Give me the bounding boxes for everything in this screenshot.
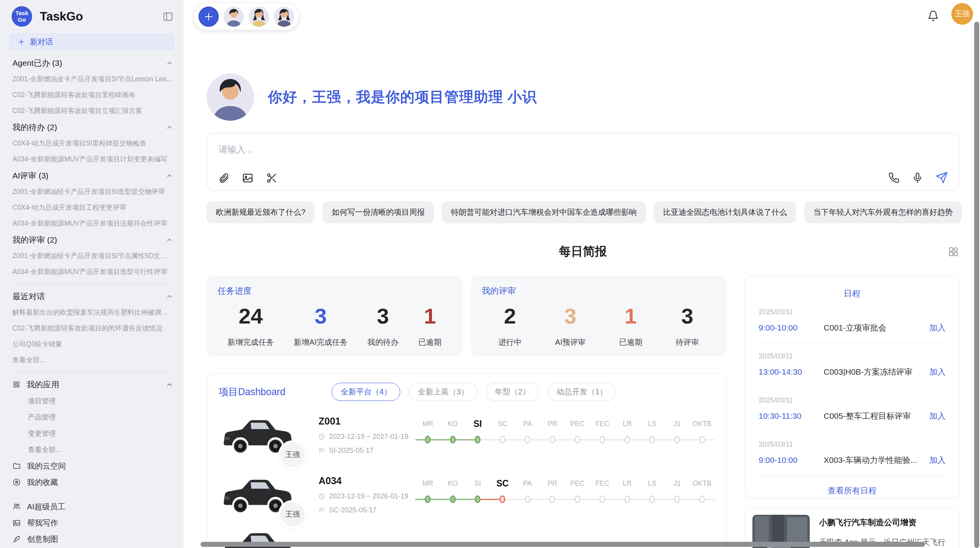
- sidebar-list-item[interactable]: Z001-全新燃油轻卡产品开发项目SI节点属性5D文件评审: [12, 248, 173, 264]
- section-title: 我的评审 (2): [12, 235, 57, 245]
- chevron-up-icon[interactable]: [166, 172, 173, 180]
- milestone-dot: [550, 495, 555, 503]
- sidebar-list-item[interactable]: C0X4-动力总成开发项目SI里程碑提交物检查: [12, 135, 173, 151]
- sidebar-list-item[interactable]: C02-飞腾新能源轻客改款项目里程碑画布: [12, 87, 173, 103]
- suggestion-chip[interactable]: 比亚迪全固态电池计划具体说了什么: [654, 201, 796, 223]
- sidebar-item-help-write[interactable]: 帮我写作: [12, 515, 173, 531]
- sidebar-item-cloud-space[interactable]: 我的云空间: [12, 458, 173, 474]
- stat-value: 24: [228, 305, 274, 327]
- project-date-range: 2023-12-19 ~ 2026-01-19: [329, 492, 408, 500]
- news-title: 小鹏飞行汽车制造公司增资: [819, 517, 952, 528]
- sidebar-item-favorites[interactable]: 我的收藏: [12, 474, 173, 490]
- sidebar-list-item[interactable]: Z001-全新燃油轻卡产品开发项目SI造型提交物评审: [12, 184, 173, 200]
- sidebar-collapse-icon[interactable]: [163, 11, 173, 22]
- assistant-portrait: [207, 74, 254, 121]
- stat-row: 2进行中3AI预评审1已逾期3待评审: [482, 305, 716, 348]
- schedule-time: 9:00-10:00: [759, 456, 824, 465]
- join-link[interactable]: 加入: [929, 366, 946, 377]
- assistant-avatar-2[interactable]: [249, 7, 269, 27]
- sidebar-list-item[interactable]: A034-全新新能源MUV产品开发项目造型可行性评审: [12, 264, 173, 280]
- image-icon[interactable]: [242, 172, 254, 184]
- section-title: Agent已办 (3): [12, 58, 62, 68]
- assistant-avatar-3[interactable]: [274, 7, 294, 27]
- project-owner-badge: 王强: [278, 500, 307, 529]
- composer-input[interactable]: 请输入...: [207, 134, 959, 166]
- sidebar-item-creative-drawing[interactable]: 创意制图: [12, 531, 173, 547]
- milestone-dot: [425, 495, 431, 503]
- new-chat-button[interactable]: 新对话: [9, 34, 174, 50]
- sidebar-list-item[interactable]: A034-全新新能源MUV产品开发项目法规符合性评审: [12, 216, 173, 231]
- project-code: A034: [319, 475, 415, 486]
- join-link[interactable]: 加入: [929, 411, 946, 421]
- sidebar-list-item[interactable]: C0X4-动力总成开发项目工程变更评审: [12, 200, 173, 216]
- dashboard-tab[interactable]: 全新上装（3）: [409, 383, 477, 401]
- milestone-node: [440, 434, 465, 445]
- sidebar-app-item[interactable]: 项目管理: [12, 393, 173, 409]
- dashboard-tab[interactable]: 动总开发（1）: [548, 383, 616, 401]
- milestone-dot: [674, 495, 680, 503]
- sidebar-list-item[interactable]: Z001-全新燃油皮卡产品开发项目SI节点Lesson Learn报告: [12, 71, 173, 87]
- add-assistant-button[interactable]: [199, 7, 219, 27]
- sidebar-list-item[interactable]: 查看全部...: [12, 352, 173, 368]
- scissors-icon[interactable]: [266, 172, 278, 184]
- view-all-schedule-link[interactable]: 查看所有日程: [759, 476, 946, 502]
- bell-icon[interactable]: [927, 10, 939, 22]
- suggestion-chip[interactable]: 特朗普可能对进口汽车增税会对中国车企造成哪些影响: [442, 201, 646, 223]
- join-link[interactable]: 加入: [929, 455, 946, 466]
- schedule-date: 2025/03/11: [759, 396, 946, 404]
- sidebar-section-header[interactable]: 我的评审 (2): [12, 231, 173, 248]
- chevron-up-icon[interactable]: [166, 123, 173, 131]
- sidebar-app-item[interactable]: 产品管理: [12, 409, 173, 425]
- schedule-event: X003-车辆动力学性能验...: [824, 455, 924, 466]
- sidebar-app-item[interactable]: 查看全部...: [12, 442, 173, 458]
- project-row[interactable]: 王强A0342023-12-19 ~ 2026-01-19SC-2025-05-…: [219, 474, 714, 520]
- user-avatar[interactable]: 王强: [951, 3, 973, 25]
- paperclip-icon[interactable]: [218, 172, 230, 184]
- chevron-up-icon[interactable]: [166, 236, 173, 244]
- sidebar-list-item[interactable]: A034-全新新能源MUV产品开发项目计划变更表编写: [12, 151, 173, 167]
- stat-item: 3AI预评审: [555, 305, 586, 348]
- photo-icon: [12, 519, 21, 527]
- sidebar-item-ai-super-staff[interactable]: AI超级员工: [12, 498, 173, 515]
- project-row[interactable]: 王强Z0012023-12-19 ~ 2027-01-19SI-2025-05-…: [219, 415, 714, 461]
- milestone-node: [615, 434, 639, 445]
- logo-text-bottom: Go: [18, 17, 26, 23]
- sidebar-section-header[interactable]: Agent已办 (3): [12, 55, 173, 71]
- sidebar-section-header[interactable]: AI评审 (3): [12, 167, 173, 184]
- chevron-up-icon[interactable]: [166, 381, 173, 389]
- join-link[interactable]: 加入: [929, 322, 946, 333]
- stat-card: 我的评审2进行中3AI预评审1已逾期3待评审: [471, 276, 727, 356]
- vertical-scrollbar[interactable]: [974, 22, 979, 548]
- sidebar-app-item[interactable]: 变更管理: [12, 425, 173, 442]
- horizontal-scrollbar[interactable]: [200, 542, 925, 547]
- dashboard-layout-icon[interactable]: [947, 246, 959, 257]
- suggestion-chip[interactable]: 当下年轻人对汽车外观有怎样的喜好趋势: [804, 201, 962, 223]
- sidebar-list-item[interactable]: C02-飞腾新能源轻客改款项目立项汇报方案: [12, 103, 173, 119]
- microphone-icon[interactable]: [912, 172, 923, 183]
- phone-icon[interactable]: [888, 172, 899, 183]
- sidebar-section-header[interactable]: 我的待办 (2): [12, 119, 173, 135]
- suggestion-chip[interactable]: 欧洲新规最近颁布了什么?: [207, 201, 315, 223]
- sidebar-list-item[interactable]: 公司Q3轻卡销量: [12, 336, 173, 352]
- milestone-label: SI: [465, 478, 490, 489]
- sidebar-list-item[interactable]: 解释最新出台的欧盟报废车法规再生塑料比例被调至15%...: [12, 305, 173, 320]
- send-icon[interactable]: [935, 171, 948, 184]
- schedule-date: 2025/03/11: [759, 308, 946, 316]
- assistant-avatar-1[interactable]: [224, 7, 244, 27]
- chevron-up-icon[interactable]: [166, 59, 173, 67]
- milestone-dot: [524, 436, 530, 444]
- sidebar-item-my-apps[interactable]: 我的应用: [12, 376, 173, 393]
- stat-label: 已逾期: [418, 337, 442, 348]
- milestone-label: SI: [465, 418, 490, 430]
- sidebar-list-item[interactable]: C02-飞腾新能源轻客改款项目的闭环通告反馈情况: [12, 320, 173, 336]
- suggestion-chip[interactable]: 如何写一份清晰的项目周报: [322, 201, 434, 223]
- chevron-up-icon[interactable]: [166, 293, 173, 300]
- dashboard-tab[interactable]: 年型（2）: [486, 383, 539, 401]
- dashboard-tab[interactable]: 全新平台（4）: [332, 383, 400, 401]
- sidebar-section-header[interactable]: 最近对话: [12, 288, 173, 305]
- daily-brief-title: 每日简报: [207, 243, 959, 260]
- milestone-label: MR: [415, 418, 440, 430]
- main-content: 你好，王强，我是你的项目管理助理 小识 请输入...: [183, 74, 980, 548]
- my-apps-label: 我的应用: [27, 379, 159, 390]
- milestone-label: J1: [665, 418, 689, 430]
